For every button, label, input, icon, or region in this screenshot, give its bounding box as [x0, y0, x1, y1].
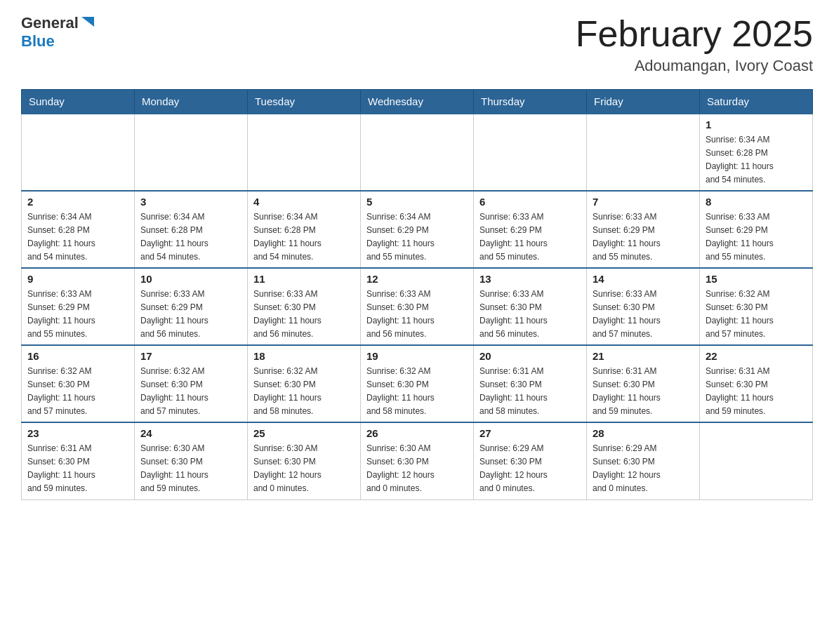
day-number: 11: [253, 273, 355, 285]
day-info: Sunrise: 6:33 AM Sunset: 6:29 PM Dayligh…: [140, 289, 208, 339]
week-row-4: 16Sunrise: 6:32 AM Sunset: 6:30 PM Dayli…: [22, 345, 813, 422]
day-number: 22: [706, 350, 807, 362]
cell-week5-day4: 27Sunrise: 6:29 AM Sunset: 6:30 PM Dayli…: [474, 422, 587, 499]
cell-week4-day3: 19Sunrise: 6:32 AM Sunset: 6:30 PM Dayli…: [361, 345, 474, 422]
calendar-title: February 2025: [576, 14, 813, 54]
day-number: 28: [593, 427, 694, 439]
day-info: Sunrise: 6:31 AM Sunset: 6:30 PM Dayligh…: [479, 366, 548, 416]
day-number: 6: [479, 196, 581, 208]
col-friday: Friday: [587, 90, 700, 114]
week-row-5: 23Sunrise: 6:31 AM Sunset: 6:30 PM Dayli…: [22, 422, 813, 499]
logo-blue-text: Blue: [21, 32, 55, 50]
day-info: Sunrise: 6:32 AM Sunset: 6:30 PM Dayligh…: [253, 366, 322, 416]
cell-week2-day4: 6Sunrise: 6:33 AM Sunset: 6:29 PM Daylig…: [474, 191, 587, 268]
day-number: 27: [479, 427, 581, 439]
day-info: Sunrise: 6:31 AM Sunset: 6:30 PM Dayligh…: [593, 366, 661, 416]
day-info: Sunrise: 6:32 AM Sunset: 6:30 PM Dayligh…: [27, 366, 95, 416]
day-number: 10: [140, 273, 241, 285]
day-number: 19: [366, 350, 468, 362]
col-sunday: Sunday: [22, 90, 135, 114]
day-info: Sunrise: 6:33 AM Sunset: 6:29 PM Dayligh…: [706, 212, 774, 262]
cell-week2-day1: 3Sunrise: 6:34 AM Sunset: 6:28 PM Daylig…: [135, 191, 248, 268]
cell-week2-day3: 5Sunrise: 6:34 AM Sunset: 6:29 PM Daylig…: [361, 191, 474, 268]
day-number: 7: [593, 196, 694, 208]
day-number: 15: [706, 273, 807, 285]
logo-arrow-icon: [80, 14, 95, 29]
col-monday: Monday: [135, 90, 248, 114]
svg-marker-0: [81, 17, 94, 27]
cell-week3-day6: 15Sunrise: 6:32 AM Sunset: 6:30 PM Dayli…: [700, 268, 813, 345]
day-info: Sunrise: 6:33 AM Sunset: 6:30 PM Dayligh…: [479, 289, 548, 339]
day-info: Sunrise: 6:29 AM Sunset: 6:30 PM Dayligh…: [479, 443, 548, 493]
cell-week5-day0: 23Sunrise: 6:31 AM Sunset: 6:30 PM Dayli…: [22, 422, 135, 499]
day-number: 5: [366, 196, 468, 208]
day-info: Sunrise: 6:33 AM Sunset: 6:29 PM Dayligh…: [479, 212, 548, 262]
cell-week1-day1: [135, 114, 248, 191]
day-number: 26: [366, 427, 468, 439]
day-number: 25: [253, 427, 355, 439]
cell-week4-day2: 18Sunrise: 6:32 AM Sunset: 6:30 PM Dayli…: [248, 345, 361, 422]
day-info: Sunrise: 6:32 AM Sunset: 6:30 PM Dayligh…: [140, 366, 208, 416]
day-number: 24: [140, 427, 241, 439]
day-number: 13: [479, 273, 581, 285]
day-info: Sunrise: 6:29 AM Sunset: 6:30 PM Dayligh…: [593, 443, 661, 493]
cell-week3-day0: 9Sunrise: 6:33 AM Sunset: 6:29 PM Daylig…: [22, 268, 135, 345]
day-number: 2: [27, 196, 128, 208]
day-info: Sunrise: 6:30 AM Sunset: 6:30 PM Dayligh…: [366, 443, 435, 493]
cell-week1-day2: [248, 114, 361, 191]
week-row-1: 1Sunrise: 6:34 AM Sunset: 6:28 PM Daylig…: [22, 114, 813, 191]
day-number: 17: [140, 350, 241, 362]
header-row: Sunday Monday Tuesday Wednesday Thursday…: [22, 90, 813, 114]
cell-week2-day6: 8Sunrise: 6:33 AM Sunset: 6:29 PM Daylig…: [700, 191, 813, 268]
cell-week4-day1: 17Sunrise: 6:32 AM Sunset: 6:30 PM Dayli…: [135, 345, 248, 422]
cell-week3-day1: 10Sunrise: 6:33 AM Sunset: 6:29 PM Dayli…: [135, 268, 248, 345]
calendar-table: Sunday Monday Tuesday Wednesday Thursday…: [21, 89, 813, 500]
day-info: Sunrise: 6:34 AM Sunset: 6:28 PM Dayligh…: [253, 212, 322, 262]
day-info: Sunrise: 6:32 AM Sunset: 6:30 PM Dayligh…: [706, 289, 774, 339]
day-info: Sunrise: 6:33 AM Sunset: 6:30 PM Dayligh…: [253, 289, 322, 339]
cell-week5-day5: 28Sunrise: 6:29 AM Sunset: 6:30 PM Dayli…: [587, 422, 700, 499]
day-info: Sunrise: 6:33 AM Sunset: 6:30 PM Dayligh…: [593, 289, 661, 339]
day-number: 14: [593, 273, 694, 285]
cell-week5-day6: [700, 422, 813, 499]
col-thursday: Thursday: [474, 90, 587, 114]
day-info: Sunrise: 6:34 AM Sunset: 6:28 PM Dayligh…: [140, 212, 208, 262]
cell-week3-day4: 13Sunrise: 6:33 AM Sunset: 6:30 PM Dayli…: [474, 268, 587, 345]
cell-week3-day2: 11Sunrise: 6:33 AM Sunset: 6:30 PM Dayli…: [248, 268, 361, 345]
day-number: 3: [140, 196, 241, 208]
col-saturday: Saturday: [700, 90, 813, 114]
cell-week2-day5: 7Sunrise: 6:33 AM Sunset: 6:29 PM Daylig…: [587, 191, 700, 268]
day-info: Sunrise: 6:33 AM Sunset: 6:30 PM Dayligh…: [366, 289, 435, 339]
cell-week3-day3: 12Sunrise: 6:33 AM Sunset: 6:30 PM Dayli…: [361, 268, 474, 345]
day-info: Sunrise: 6:30 AM Sunset: 6:30 PM Dayligh…: [140, 443, 208, 493]
day-number: 21: [593, 350, 694, 362]
day-info: Sunrise: 6:32 AM Sunset: 6:30 PM Dayligh…: [366, 366, 435, 416]
day-number: 18: [253, 350, 355, 362]
cell-week2-day2: 4Sunrise: 6:34 AM Sunset: 6:28 PM Daylig…: [248, 191, 361, 268]
calendar-subtitle: Adoumangan, Ivory Coast: [576, 57, 813, 75]
day-number: 8: [706, 196, 807, 208]
day-number: 23: [27, 427, 128, 439]
page-header: General Blue February 2025 Adoumangan, I…: [21, 14, 813, 75]
col-wednesday: Wednesday: [361, 90, 474, 114]
col-tuesday: Tuesday: [248, 90, 361, 114]
day-number: 1: [706, 119, 807, 130]
day-info: Sunrise: 6:31 AM Sunset: 6:30 PM Dayligh…: [27, 443, 95, 493]
day-info: Sunrise: 6:34 AM Sunset: 6:28 PM Dayligh…: [706, 135, 774, 185]
cell-week4-day5: 21Sunrise: 6:31 AM Sunset: 6:30 PM Dayli…: [587, 345, 700, 422]
day-number: 20: [479, 350, 581, 362]
week-row-3: 9Sunrise: 6:33 AM Sunset: 6:29 PM Daylig…: [22, 268, 813, 345]
day-number: 16: [27, 350, 128, 362]
title-section: February 2025 Adoumangan, Ivory Coast: [576, 14, 813, 75]
day-info: Sunrise: 6:31 AM Sunset: 6:30 PM Dayligh…: [706, 366, 774, 416]
logo-general-text: General: [21, 14, 79, 32]
cell-week2-day0: 2Sunrise: 6:34 AM Sunset: 6:28 PM Daylig…: [22, 191, 135, 268]
day-info: Sunrise: 6:33 AM Sunset: 6:29 PM Dayligh…: [593, 212, 661, 262]
cell-week4-day4: 20Sunrise: 6:31 AM Sunset: 6:30 PM Dayli…: [474, 345, 587, 422]
day-number: 9: [27, 273, 128, 285]
day-info: Sunrise: 6:33 AM Sunset: 6:29 PM Dayligh…: [27, 289, 95, 339]
logo: General Blue: [21, 14, 95, 51]
day-number: 4: [253, 196, 355, 208]
cell-week5-day1: 24Sunrise: 6:30 AM Sunset: 6:30 PM Dayli…: [135, 422, 248, 499]
week-row-2: 2Sunrise: 6:34 AM Sunset: 6:28 PM Daylig…: [22, 191, 813, 268]
